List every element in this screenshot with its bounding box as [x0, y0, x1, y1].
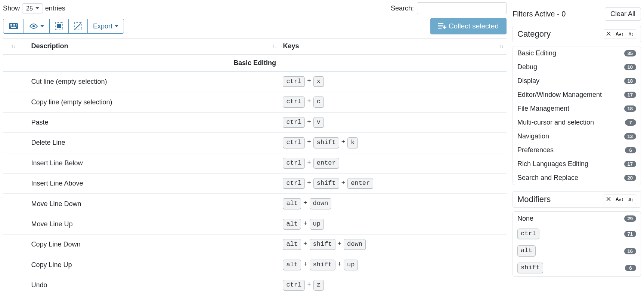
- category-list: Basic Editing35Debug10Display18Editor/Wi…: [513, 46, 641, 185]
- entries-select-wrap[interactable]: 25: [22, 4, 43, 12]
- category-filter-item[interactable]: Navigation13: [513, 129, 641, 143]
- category-filter-item[interactable]: Display18: [513, 74, 641, 88]
- col-index-header[interactable]: ↑↓: [3, 39, 28, 55]
- datatable-top-controls: Show 25 entries Search:: [3, 0, 507, 18]
- row-keys: ctrl+shift+k: [280, 133, 507, 153]
- category-filter-item[interactable]: Rich Languages Editing17: [513, 157, 641, 171]
- export-dropdown-button[interactable]: Export: [87, 19, 124, 34]
- search-input[interactable]: [417, 2, 507, 14]
- export-label: Export: [93, 22, 112, 30]
- key-badge: down: [310, 198, 332, 209]
- category-filter-item[interactable]: Preferences6: [513, 143, 641, 157]
- clear-category-sort-button[interactable]: [604, 29, 613, 39]
- modifier-label: ctrl: [517, 229, 539, 239]
- category-panel-title: Category: [517, 29, 551, 39]
- sort-count-button[interactable]: #↕: [626, 29, 636, 39]
- keyboard-button[interactable]: [3, 19, 24, 34]
- category-filter-item[interactable]: Multi-cursor and selection7: [513, 116, 641, 129]
- modifier-filter-item[interactable]: alt16: [513, 242, 641, 259]
- svg-point-12: [32, 25, 35, 27]
- table-row[interactable]: Move Line Downalt+down: [3, 194, 507, 214]
- row-description: Copy line (empty selection): [28, 92, 280, 112]
- table-row[interactable]: Copy Line Downalt+shift+down: [3, 235, 507, 255]
- col-description-header[interactable]: Description ↑↓: [28, 39, 280, 55]
- key-plus: +: [305, 159, 313, 166]
- category-label: Multi-cursor and selection: [517, 119, 594, 126]
- table-row[interactable]: Copy line (empty selection)ctrl+c: [3, 92, 507, 112]
- section-header-label: Basic Editing: [3, 54, 507, 72]
- key-badge: enter: [313, 158, 339, 169]
- collect-selected-button[interactable]: Collect selected: [430, 18, 507, 34]
- category-filter-item[interactable]: Search and Replace20: [513, 171, 641, 185]
- category-filter-item[interactable]: Debug10: [513, 60, 641, 74]
- key-plus: +: [339, 179, 348, 186]
- row-keys: alt+shift+up: [280, 255, 507, 275]
- key-plus: +: [305, 281, 313, 288]
- svg-rect-10: [16, 25, 17, 27]
- deselect-all-button[interactable]: [68, 19, 88, 34]
- entries-select[interactable]: 25: [22, 3, 43, 13]
- svg-rect-3: [13, 24, 14, 25]
- sort-count-button[interactable]: #↕: [626, 195, 636, 204]
- table-row[interactable]: Copy Line Upalt+shift+up: [3, 255, 507, 275]
- col-description-label: Description: [31, 42, 68, 50]
- svg-rect-2: [11, 24, 12, 25]
- row-keys: ctrl+enter: [280, 153, 507, 173]
- sort-icon: ↑↓: [272, 44, 277, 49]
- select-all-button[interactable]: [49, 19, 69, 34]
- table-row[interactable]: Cut line (empty selection)ctrl+x: [3, 72, 507, 92]
- key-plus: +: [305, 77, 313, 85]
- entries-label: entries: [45, 4, 65, 12]
- category-panel: Category AA↕ #↕ Basic Editing35Debug10: [513, 26, 641, 185]
- modifier-filter-item[interactable]: shift6: [513, 260, 641, 276]
- clear-all-button[interactable]: Clear All: [605, 7, 641, 21]
- key-badge: ctrl: [283, 117, 305, 128]
- key-plus: +: [301, 240, 310, 247]
- modifier-filter-item[interactable]: ctrl71: [513, 226, 641, 242]
- svg-rect-9: [14, 25, 15, 27]
- category-label: File Management: [517, 105, 569, 113]
- svg-rect-19: [438, 28, 442, 29]
- category-count-badge: 18: [624, 78, 636, 84]
- category-filter-item[interactable]: File Management18: [513, 102, 641, 116]
- category-count-badge: 17: [624, 92, 636, 98]
- row-description: Copy Line Down: [28, 235, 280, 255]
- category-filter-item[interactable]: Editor/Window Management17: [513, 88, 641, 102]
- modifiers-panel-title: Modifiers: [517, 195, 551, 204]
- row-index-cell: [3, 194, 28, 214]
- modifier-label: None: [517, 215, 533, 223]
- modifiers-panel: Modifiers AA↕ #↕ None29ctrl71alt16shif: [513, 191, 641, 277]
- category-filter-item[interactable]: Basic Editing35: [513, 46, 641, 60]
- category-label: Basic Editing: [517, 49, 556, 57]
- visibility-dropdown-button[interactable]: [24, 19, 50, 34]
- key-plus: +: [305, 118, 313, 125]
- svg-rect-7: [11, 25, 12, 27]
- key-badge: ctrl: [283, 158, 305, 169]
- category-count-badge: 20: [624, 175, 636, 181]
- sort-alpha-button[interactable]: AA↕: [613, 29, 626, 39]
- clear-modifier-sort-button[interactable]: [604, 195, 613, 204]
- modifier-label: alt: [517, 245, 536, 256]
- row-keys: ctrl+v: [280, 112, 507, 132]
- table-row[interactable]: Move Line Upalt+up: [3, 214, 507, 234]
- select-all-icon: [55, 22, 63, 30]
- svg-rect-14: [57, 24, 61, 28]
- modifiers-list: None29ctrl71alt16shift6: [513, 211, 641, 277]
- col-keys-header[interactable]: Keys ↑↓: [280, 39, 507, 55]
- key-plus: +: [305, 138, 313, 146]
- table-row[interactable]: Insert Line Belowctrl+enter: [3, 153, 507, 173]
- svg-rect-17: [438, 23, 443, 24]
- table-row[interactable]: Pastectrl+v: [3, 112, 507, 132]
- svg-rect-4: [14, 24, 15, 25]
- modifier-filter-item[interactable]: None29: [513, 212, 641, 226]
- key-badge: up: [310, 219, 324, 230]
- table-row[interactable]: Insert Line Abovectrl+shift+enter: [3, 173, 507, 193]
- key-badge: alt: [283, 260, 301, 270]
- row-keys: ctrl+shift+enter: [280, 173, 507, 193]
- svg-line-16: [75, 24, 81, 29]
- key-plus: +: [335, 260, 344, 268]
- sort-alpha-button[interactable]: AA↕: [613, 195, 626, 204]
- table-row[interactable]: Delete Linectrl+shift+k: [3, 133, 507, 153]
- table-row[interactable]: Undoctrl+z: [3, 275, 507, 294]
- row-index-cell: [3, 153, 28, 173]
